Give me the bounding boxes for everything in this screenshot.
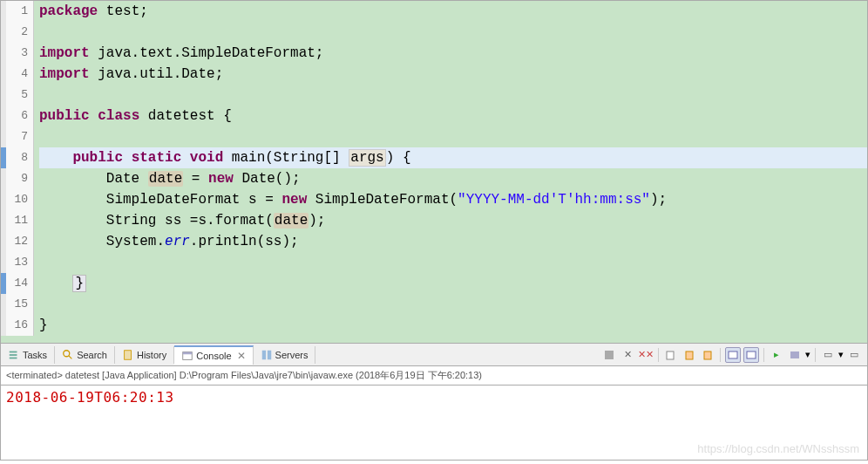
- pin-icon[interactable]: [700, 347, 715, 363]
- svg-rect-12: [686, 351, 693, 359]
- tab-label: Search: [77, 350, 107, 360]
- code-editor[interactable]: 1 2 3 4 5 6 7 8 9 10 11 12 13 14 15 16 p…: [0, 0, 868, 344]
- tab-label: Tasks: [23, 350, 47, 360]
- tab-label: Servers: [275, 350, 309, 360]
- console-output[interactable]: 2018-06-19T06:20:13: [0, 386, 868, 461]
- svg-rect-13: [704, 351, 711, 359]
- svg-rect-9: [267, 350, 270, 359]
- open-console-icon[interactable]: ▸: [769, 347, 784, 363]
- svg-rect-0: [10, 351, 17, 352]
- svg-rect-1: [10, 354, 17, 356]
- svg-rect-2: [10, 357, 17, 358]
- maximize-icon[interactable]: ▭: [846, 347, 862, 363]
- tasks-icon: [8, 349, 20, 361]
- svg-rect-15: [747, 351, 756, 358]
- tab-console[interactable]: Console ✕: [174, 345, 253, 365]
- servers-icon: [261, 349, 273, 361]
- svg-rect-7: [183, 351, 193, 354]
- code-content[interactable]: package test; import java.text.SimpleDat…: [34, 1, 867, 336]
- display-selected-icon[interactable]: [787, 347, 803, 363]
- svg-rect-8: [261, 350, 265, 359]
- console-icon: [181, 350, 193, 362]
- svg-rect-5: [125, 350, 132, 359]
- console-toolbar: ✕ ✕✕ ▸ ▾ ▭▾ ▭: [601, 347, 867, 363]
- svg-rect-11: [667, 351, 674, 359]
- svg-rect-16: [790, 351, 799, 358]
- svg-rect-14: [729, 351, 737, 358]
- history-icon: [122, 349, 134, 361]
- tab-search[interactable]: Search: [55, 346, 115, 364]
- svg-point-3: [64, 350, 70, 356]
- tab-label: History: [137, 350, 166, 360]
- tab-servers[interactable]: Servers: [254, 346, 316, 364]
- stop-icon[interactable]: [601, 347, 617, 363]
- scroll-lock-icon[interactable]: [682, 347, 697, 363]
- svg-rect-10: [605, 351, 614, 359]
- svg-line-4: [69, 355, 72, 358]
- console-header: <terminated> datetest [Java Application]…: [0, 366, 868, 386]
- remove-terminated-icon[interactable]: ✕: [620, 347, 635, 363]
- views-tab-bar: Tasks Search History Console ✕ Servers ✕…: [0, 344, 868, 366]
- search-icon: [62, 349, 74, 361]
- minimize-icon[interactable]: ▭: [820, 347, 836, 363]
- line-gutter: 1 2 3 4 5 6 7 8 9 10 11 12 13 14 15 16: [6, 1, 34, 336]
- show-console-icon[interactable]: [725, 347, 741, 363]
- tab-label: Console: [196, 351, 231, 361]
- clear-icon[interactable]: [663, 347, 679, 363]
- remove-all-icon[interactable]: ✕✕: [638, 347, 654, 363]
- tab-tasks[interactable]: Tasks: [1, 346, 55, 364]
- tab-history[interactable]: History: [115, 346, 174, 364]
- close-icon[interactable]: ✕: [237, 350, 246, 362]
- show-stdout-icon[interactable]: [743, 347, 759, 363]
